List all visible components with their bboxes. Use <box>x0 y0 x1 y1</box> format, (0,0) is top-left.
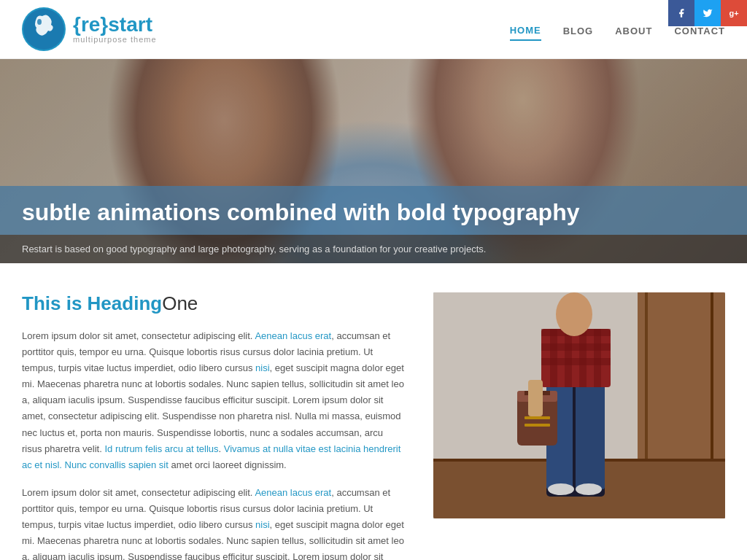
social-icons-bar: g+ <box>668 0 747 26</box>
svg-point-12 <box>548 483 574 495</box>
logo-prefix: {re} <box>73 13 108 36</box>
hero-section: subtle animations combined with bold typ… <box>0 59 747 263</box>
hero-subtitle: Restart is based on good typography and … <box>22 242 725 257</box>
nav-contact[interactable]: CONTACT <box>674 26 725 40</box>
hero-subtitle-box: Restart is based on good typography and … <box>0 235 747 264</box>
facebook-icon[interactable] <box>668 0 694 26</box>
heading-bold: This is Heading <box>22 292 162 314</box>
nav-home[interactable]: HOME <box>510 25 541 41</box>
main-nav: HOME BLOG ABOUT CONTACT <box>510 25 725 41</box>
content-left: This is HeadingOne Lorem ipsum dolor sit… <box>22 292 404 560</box>
logo-title: {re}start <box>73 15 157 35</box>
logo-text: {re}start multipurpose theme <box>73 15 157 44</box>
svg-rect-19 <box>565 329 572 387</box>
svg-rect-21 <box>594 329 601 387</box>
paragraph-2: Lorem ipsum dolor sit amet, consectetur … <box>22 485 404 560</box>
svg-rect-25 <box>525 416 550 419</box>
googleplus-label: g+ <box>729 9 738 18</box>
hero-title: subtle animations combined with bold typ… <box>22 199 725 226</box>
paragraph-1: Lorem ipsum dolor sit amet, consectetur … <box>22 328 404 473</box>
logo-suffix: start <box>108 13 152 36</box>
svg-rect-18 <box>550 329 557 387</box>
svg-point-28 <box>556 292 592 336</box>
logo-icon <box>22 7 66 51</box>
svg-point-13 <box>576 483 602 495</box>
link-text-1[interactable]: Aenean lacus erat <box>255 330 331 341</box>
content-right <box>433 292 725 560</box>
main-content: This is HeadingOne Lorem ipsum dolor sit… <box>0 263 747 560</box>
svg-rect-26 <box>525 424 550 427</box>
link-text-5[interactable]: Aenean lacus erat <box>255 487 331 498</box>
heading-normal: One <box>162 292 198 314</box>
content-image <box>433 292 725 518</box>
svg-rect-20 <box>579 329 587 387</box>
nav-about[interactable]: ABOUT <box>615 26 652 40</box>
logo[interactable]: {re}start multipurpose theme <box>22 7 157 51</box>
hero-title-box: subtle animations combined with bold typ… <box>0 186 747 235</box>
image-svg-detail <box>433 292 725 518</box>
link-text-3[interactable]: Id rutrum felis arcu at tellus <box>104 443 218 454</box>
site-header: g+ {re}start multipurpose theme HOME BLO… <box>0 0 747 59</box>
hero-content: subtle animations combined with bold typ… <box>0 186 747 263</box>
googleplus-icon[interactable]: g+ <box>721 0 747 26</box>
link-text-2[interactable]: nisi <box>255 362 270 373</box>
svg-point-2 <box>37 19 42 25</box>
section-heading: This is HeadingOne <box>22 292 404 315</box>
svg-rect-27 <box>528 380 543 416</box>
nav-blog[interactable]: BLOG <box>563 26 594 40</box>
logo-subtitle: multipurpose theme <box>73 35 157 44</box>
link-text-6[interactable]: nisi <box>255 519 270 530</box>
twitter-icon[interactable] <box>694 0 721 26</box>
